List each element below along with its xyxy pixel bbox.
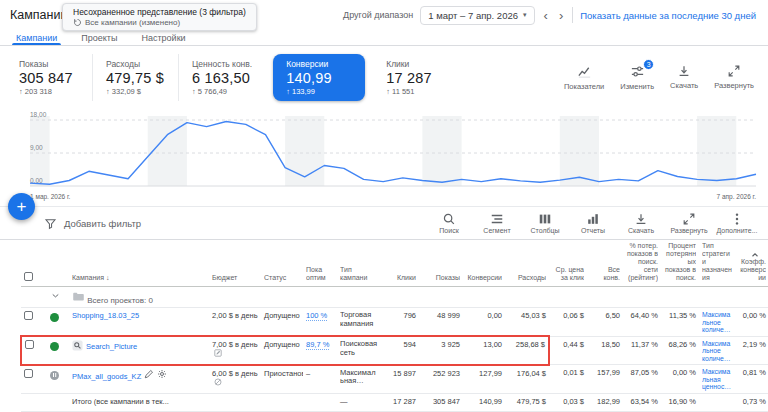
status-enabled-icon[interactable] bbox=[50, 313, 59, 322]
cell-lost-is-rank: 87,05 % bbox=[623, 365, 661, 394]
row-checkbox[interactable] bbox=[24, 369, 33, 378]
scorecard-conversions[interactable]: Конверсии 140,99 ↑ 133,99 bbox=[273, 54, 365, 101]
col-header-impressions[interactable]: Показы bbox=[419, 240, 463, 287]
cell-bid-strategy: Максимальная ценность конверсий bbox=[699, 365, 735, 394]
col-header-lost-is-rank[interactable]: % потер. показов в поиск. сети (рейтинг) bbox=[623, 240, 661, 287]
tab-settings[interactable]: Настройки bbox=[129, 30, 197, 45]
cell-conv-rate: 0,73 % bbox=[735, 393, 768, 411]
cell-lost-is-budget: 11,35 % bbox=[661, 308, 699, 337]
scorecard-value: 6 163,50 bbox=[192, 70, 252, 86]
row-checkbox[interactable] bbox=[24, 311, 33, 320]
bid-strategy-link[interactable]: Максимальное количество кликов bbox=[702, 311, 732, 334]
opt-score-link[interactable]: 89,7 % bbox=[306, 340, 329, 350]
show-last-30-days-link[interactable]: Показать данные за последние 30 дней bbox=[580, 10, 756, 21]
performance-line-chart: 18,009,000,001 мар. 2026 г.7 апр. 2026 г… bbox=[0, 108, 768, 206]
google-ads-campaigns-page: Кампании Несохраненное представление (3 … bbox=[0, 0, 768, 412]
edit-count-badge: 3 bbox=[643, 59, 654, 70]
scorecard-clicks[interactable]: Клики 17 287 ↑ 11 551 bbox=[373, 54, 459, 101]
add-filter-button[interactable]: Добавить фильтр bbox=[44, 217, 141, 230]
cell-bid-strategy: Максимальное количество кликов bbox=[699, 308, 735, 337]
campaign-link[interactable]: PMax_all_goods_KZ bbox=[72, 372, 141, 381]
unsaved-view-chip[interactable]: Несохраненное представление (3 фильтра) … bbox=[62, 3, 257, 31]
group-row-projects[interactable]: Всего проектов: 0 bbox=[21, 287, 768, 308]
toolbar-reports-button[interactable]: Отчеты bbox=[570, 212, 616, 234]
topbar: Кампании Несохраненное представление (3 … bbox=[0, 0, 768, 30]
cell-impressions: 48 999 bbox=[419, 308, 463, 337]
cell-clicks: 15 897 bbox=[381, 365, 419, 394]
scorecard-label: Клики bbox=[386, 59, 446, 69]
expand-icon bbox=[727, 64, 741, 78]
toolbar-search-button[interactable]: Поиск bbox=[426, 212, 472, 234]
caret-down-icon: ▾ bbox=[523, 11, 527, 19]
col-header-conversions[interactable]: Конверсии bbox=[463, 240, 505, 287]
history-icon bbox=[73, 18, 82, 27]
download-icon bbox=[677, 64, 691, 78]
col-header-bid-strategy[interactable]: Тип стратегии назначения ставок bbox=[699, 240, 735, 287]
status-paused-icon[interactable] bbox=[50, 371, 59, 380]
cell-clicks: 796 bbox=[381, 308, 419, 337]
col-header-campaign[interactable]: Кампания ↓ bbox=[69, 240, 209, 287]
col-header-cost[interactable]: Расходы bbox=[505, 240, 549, 287]
date-range-select[interactable]: 1 март – 7 апр. 2026 ▾ bbox=[420, 6, 534, 25]
toolbar-columns-button[interactable]: Столбцы bbox=[522, 212, 568, 234]
conversions-chart: 18,009,000,001 мар. 2026 г.7 апр. 2026 г… bbox=[0, 108, 768, 206]
page-title: Кампании bbox=[10, 8, 67, 22]
add-campaign-fab[interactable]: + bbox=[8, 193, 35, 220]
download-icon bbox=[634, 212, 648, 226]
campaign-table-wrap: Кампания ↓БюджетСтатусПока оптимТип камп… bbox=[0, 240, 768, 412]
toolbar-actions: Поиск Сегмент Столбцы Отчеты Скачать Раз… bbox=[426, 212, 760, 234]
settings-gear-icon[interactable] bbox=[157, 369, 167, 381]
campaign-link[interactable]: Search_Picture bbox=[86, 342, 137, 351]
col-header-campaign-type[interactable]: Тип кампани bbox=[337, 240, 381, 287]
col-header-lost-is-budget[interactable]: Процент потерянных показов в поиск. сети… bbox=[661, 240, 699, 287]
col-header-clicks[interactable]: Клики bbox=[381, 240, 419, 287]
col-header-opt-score[interactable]: Пока оптим bbox=[303, 240, 337, 287]
action-label: Развернуть bbox=[714, 81, 754, 90]
add-filter-label: Добавить фильтр bbox=[64, 218, 141, 229]
col-header-all-conv[interactable]: Все конв. bbox=[587, 240, 623, 287]
download-button[interactable]: Скачать bbox=[670, 64, 698, 91]
edit-pencil-icon[interactable] bbox=[144, 369, 154, 381]
tab-campaigns[interactable]: Кампании bbox=[4, 30, 69, 45]
campaign-link[interactable]: Shopping_18.03_25 bbox=[72, 311, 139, 320]
action-label: Показатели bbox=[564, 82, 604, 91]
cell-clicks: 594 bbox=[381, 336, 419, 365]
prev-range-button[interactable]: ‹ bbox=[542, 9, 550, 22]
metrics-button[interactable]: Показатели bbox=[564, 64, 604, 91]
scorecard-cost[interactable]: Расходы 479,75 $ ↑ 332,09 $ bbox=[92, 54, 178, 101]
next-range-button[interactable]: › bbox=[557, 9, 565, 22]
cell-budget bbox=[209, 393, 261, 411]
toolbar-more-button[interactable]: Дополните... bbox=[714, 212, 760, 234]
cell-conversions: 13,00 bbox=[463, 336, 505, 365]
scorecard-conv-value[interactable]: Ценность конв. 6 163,50 ↑ 5 766,49 bbox=[178, 54, 265, 101]
expand-button[interactable]: Развернуть bbox=[714, 64, 754, 91]
cell-conversions: 127,99 bbox=[463, 365, 505, 394]
status-enabled-icon[interactable] bbox=[50, 342, 59, 351]
tab-projects[interactable]: Проекты bbox=[69, 30, 129, 45]
toolbar-expand-button[interactable]: Развернуть bbox=[666, 212, 712, 234]
toolbar-download-button[interactable]: Скачать bbox=[618, 212, 664, 234]
cell-clicks: 17 287 bbox=[381, 393, 419, 411]
svg-text:18,00: 18,00 bbox=[30, 111, 47, 118]
scorecard-impressions[interactable]: Показы 305 847 ↑ 203 318 bbox=[6, 54, 92, 101]
tab-label: Кампании bbox=[16, 33, 57, 43]
cell-lost-is-budget: 68,26 % bbox=[661, 336, 699, 365]
toolbar-segment-button[interactable]: Сегмент bbox=[474, 212, 520, 234]
table-toolbar: Добавить фильтр Поиск Сегмент Столбцы От… bbox=[0, 206, 768, 240]
col-header-avg-cpc[interactable]: Ср. цена за клик bbox=[549, 240, 587, 287]
campaign-table: Кампания ↓БюджетСтатусПока оптимТип камп… bbox=[20, 240, 768, 412]
collapse-table-icon[interactable] bbox=[750, 246, 760, 264]
bid-strategy-link[interactable]: Максимальная ценность конверсий bbox=[702, 368, 732, 391]
campaign-table-body: Всего проектов: 0 Shopping_18.03_25 2,00… bbox=[21, 287, 768, 412]
opt-score-link[interactable]: 100 % bbox=[306, 311, 327, 321]
bid-strategy-link[interactable]: Максимальное количество кликов bbox=[702, 340, 732, 363]
row-checkbox[interactable] bbox=[25, 340, 34, 349]
cell-cost: 258,68 $ bbox=[505, 336, 549, 365]
col-header-budget[interactable]: Бюджет bbox=[209, 240, 261, 287]
select-all-cell bbox=[21, 240, 47, 287]
scorecard-label: Конверсии bbox=[286, 59, 352, 69]
edit-button[interactable]: Изменить 3 bbox=[620, 64, 654, 91]
select-all-checkbox[interactable] bbox=[24, 272, 33, 281]
col-header-status[interactable]: Статус bbox=[261, 240, 303, 287]
table-row-shopping: Shopping_18.03_25 2,00 $ в день Допущено… bbox=[21, 308, 768, 337]
